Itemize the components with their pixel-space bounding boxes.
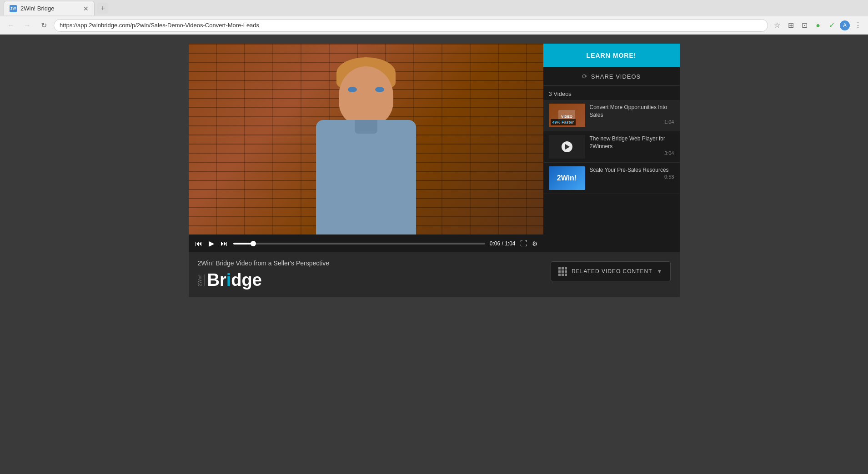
settings-button[interactable]: ⚙ xyxy=(532,240,538,247)
chevron-down-icon: ▼ xyxy=(657,268,663,274)
progress-fill xyxy=(233,243,253,244)
time-display: 0:06 / 1:04 xyxy=(490,240,516,247)
new-tab-button[interactable]: + xyxy=(97,3,108,14)
skip-forward-button[interactable]: ⏭ xyxy=(220,239,229,249)
brand-2win: 2Win! xyxy=(198,274,205,286)
address-bar[interactable] xyxy=(54,19,768,32)
video-item-duration-2: 3:04 xyxy=(664,150,674,156)
extension-icon-3[interactable]: ● xyxy=(813,20,823,31)
active-tab[interactable]: 2W 2Win! Bridge ✕ xyxy=(4,1,95,15)
video-player: ⏮ ▶ ⏭ 0:06 / 1:04 ⛶ ⚙ xyxy=(189,44,543,252)
progress-bar[interactable] xyxy=(233,243,485,244)
tab-close-button[interactable]: ✕ xyxy=(83,5,89,12)
related-content-label: RELATED VIDEO CONTENT xyxy=(572,268,652,274)
video-description-title: 2Win! Bridge Video from a Seller's Persp… xyxy=(198,259,542,267)
profile-icon[interactable]: A xyxy=(840,20,850,30)
video-item-duration-3: 0:53 xyxy=(664,174,674,180)
progress-handle[interactable] xyxy=(251,241,256,246)
video-list: VIDEO 49% Faster Convert More Opportunit… xyxy=(543,100,680,252)
tab-favicon: 2W xyxy=(10,5,17,12)
back-button[interactable]: ← xyxy=(5,19,17,32)
bottom-section: 2Win! Bridge Video from a Seller's Persp… xyxy=(189,252,680,297)
fullscreen-button[interactable]: ⛶ xyxy=(520,239,527,248)
video-item-info-3: Scale Your Pre-Sales Resources 0:53 xyxy=(590,166,674,180)
video-list-item[interactable]: The new Bridge Web Player for 2Winners 3… xyxy=(543,131,680,163)
video-list-item[interactable]: 2Win! Scale Your Pre-Sales Resources 0:5… xyxy=(543,163,680,194)
browser-toolbar: ← → ↻ ☆ ⊞ ⊡ ● ✓ A ⋮ xyxy=(0,16,868,35)
video-item-duration-1: 1:04 xyxy=(664,119,674,125)
extension-icon-2[interactable]: ⊡ xyxy=(799,20,810,31)
grid-icon xyxy=(558,267,567,276)
share-label[interactable]: SHARE VIDEOS xyxy=(591,73,641,80)
video-sidebar: LEARN MORE! ⟳ SHARE VIDEOS 3 Videos xyxy=(543,44,680,252)
main-content: ⏮ ▶ ⏭ 0:06 / 1:04 ⛶ ⚙ xyxy=(0,35,868,306)
thumb-badge: 49% Faster xyxy=(551,119,576,125)
extension-icon-4[interactable]: ✓ xyxy=(826,20,837,31)
videos-count: 3 Videos xyxy=(543,86,680,100)
video-controls: ⏮ ▶ ⏭ 0:06 / 1:04 ⛶ ⚙ xyxy=(189,235,543,252)
toolbar-icons: ☆ ⊞ ⊡ ● ✓ A ⋮ xyxy=(772,20,863,31)
video-thumbnail-2 xyxy=(549,135,585,159)
video-thumbnail-1: VIDEO 49% Faster xyxy=(549,104,585,127)
video-thumbnail-3: 2Win! xyxy=(549,166,585,190)
video-item-title-1: Convert More Opportunities Into Sales xyxy=(590,104,674,119)
skip-back-button[interactable]: ⏮ xyxy=(194,239,203,249)
forward-button[interactable]: → xyxy=(21,19,34,32)
play-button[interactable]: ▶ xyxy=(208,238,215,249)
menu-button[interactable]: ⋮ xyxy=(853,20,863,31)
learn-more-button[interactable]: LEARN MORE! xyxy=(543,44,680,67)
share-videos-row: ⟳ SHARE VIDEOS xyxy=(543,67,680,86)
tab-bar: 2W 2Win! Bridge ✕ + xyxy=(0,0,868,16)
brand-bridge-text: Bridge xyxy=(207,270,262,290)
video-item-info-1: Convert More Opportunities Into Sales 1:… xyxy=(590,104,674,125)
video-item-info-2: The new Bridge Web Player for 2Winners 3… xyxy=(590,135,674,156)
related-content-button[interactable]: RELATED VIDEO CONTENT ▼ xyxy=(551,261,670,281)
page-container: ⏮ ▶ ⏭ 0:06 / 1:04 ⛶ ⚙ xyxy=(189,44,680,297)
share-icon: ⟳ xyxy=(582,73,587,80)
video-item-title-3: Scale Your Pre-Sales Resources xyxy=(590,166,674,174)
refresh-button[interactable]: ↻ xyxy=(37,19,50,32)
play-btn-circle xyxy=(562,141,572,152)
video-layout: ⏮ ▶ ⏭ 0:06 / 1:04 ⛶ ⚙ xyxy=(189,44,680,252)
video-frame xyxy=(189,44,543,235)
video-list-item[interactable]: VIDEO 49% Faster Convert More Opportunit… xyxy=(543,100,680,131)
video-person xyxy=(275,44,457,235)
video-description: 2Win! Bridge Video from a Seller's Persp… xyxy=(198,259,542,290)
brand-logo: 2Win! Bridge xyxy=(198,270,542,290)
tab-title: 2Win! Bridge xyxy=(20,5,54,12)
browser-chrome: 2W 2Win! Bridge ✕ + ← → ↻ ☆ ⊞ ⊡ ● ✓ A ⋮ xyxy=(0,0,868,35)
video-item-title-2: The new Bridge Web Player for 2Winners xyxy=(590,135,674,150)
bookmark-star-icon[interactable]: ☆ xyxy=(772,20,783,31)
extension-icon-1[interactable]: ⊞ xyxy=(785,20,796,31)
